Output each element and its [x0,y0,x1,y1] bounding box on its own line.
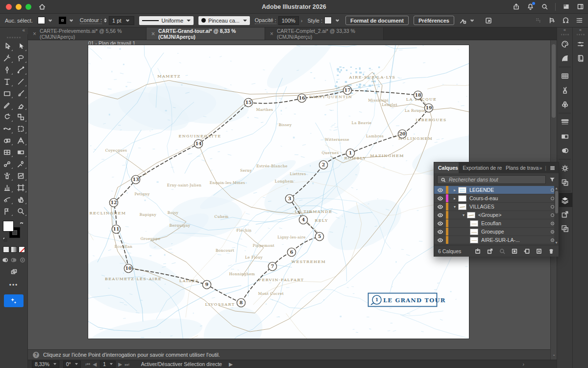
width-tool[interactable] [0,123,14,134]
perspective-grid-tool[interactable] [14,134,27,146]
gradient-tool[interactable] [14,146,27,158]
hand-tool[interactable] [14,193,27,205]
workspace-switcher-icon[interactable] [563,3,570,10]
notifications-icon[interactable] [527,3,534,10]
layers-panel-icon[interactable] [557,193,572,207]
properties-panel-icon[interactable] [573,37,588,51]
visibility-eye-icon[interactable] [434,187,446,193]
width-profile-dropdown[interactable]: Uniforme [139,16,194,25]
new-layer-icon[interactable] [536,248,542,255]
close-tab-icon[interactable]: × [151,30,155,37]
swap-fill-stroke-icon[interactable] [19,221,25,227]
opacity-expand-icon[interactable]: › [301,18,303,24]
layer-row-ecouflan[interactable]: Ecouflan [434,219,559,228]
curvature-tool[interactable] [14,64,27,76]
color-button[interactable] [3,246,9,253]
swatches-panel-icon[interactable] [557,69,572,83]
graphic-styles-panel-icon[interactable] [557,175,572,189]
minimize-window-button[interactable] [16,4,22,10]
shape-builder-tool[interactable] [0,134,14,146]
layer-name[interactable]: VILLAGES [469,204,546,210]
pen-tool[interactable] [0,64,14,76]
eyedropper-tool[interactable] [14,158,27,170]
mode-inside-icon[interactable] [19,257,26,263]
layer-thumbnail[interactable] [470,229,478,235]
fill-proxy[interactable] [3,221,14,232]
layer-name[interactable]: Ecouflan [481,220,546,226]
color-panel-icon[interactable] [557,37,572,51]
stroke-swatch[interactable] [59,17,66,24]
layer-name[interactable]: Cours-d-eau [469,195,546,201]
artboard-number-dropdown[interactable]: 1 [100,361,116,368]
stroke-weight-stepper[interactable] [104,18,107,23]
chevron-down-icon[interactable] [334,17,341,24]
visibility-eye-icon[interactable] [434,195,446,202]
layer-row-aire-sur-la-[interactable]: AIRE-SUR-LA-... [434,236,559,244]
help-question-icon[interactable]: ? [33,352,39,358]
zoom-level-dropdown[interactable]: 8,33% [32,361,59,368]
layer-row-villages[interactable]: ▾VILLAGES [434,203,559,211]
last-artboard-icon[interactable]: ⏭ [124,361,129,368]
mode-normal-icon[interactable] [1,257,8,263]
blend-tool[interactable] [0,158,14,170]
paintbrush-tool[interactable] [14,87,27,99]
document-arrange-icon[interactable] [485,17,492,25]
new-sublayer-icon[interactable] [523,248,530,255]
opacity-field[interactable]: 100% [278,16,299,25]
menu-list-icon[interactable] [576,17,583,24]
gradient-square-panel-icon[interactable] [557,129,572,143]
stroke-weight-label[interactable]: Contour : [80,17,102,24]
scale-tool[interactable] [14,111,27,123]
type-tool[interactable] [0,76,14,87]
magic-wand-tool[interactable] [0,52,14,64]
symbol-sprayer-tool[interactable] [0,170,14,182]
default-fill-stroke-icon[interactable] [2,237,8,242]
expand-chevron-icon[interactable]: ▸ [451,196,458,201]
panel-menu-icon[interactable] [549,165,556,171]
layer-name[interactable]: LEGENDE [469,187,546,193]
brushes-panel-icon[interactable] [557,83,572,97]
previous-artboard-icon[interactable]: ◀ [93,361,97,367]
panel-overflow-chevrons[interactable]: » [539,165,542,171]
selection-tool[interactable] [0,40,14,52]
chevron-down-icon[interactable] [68,17,75,24]
chevron-down-icon[interactable] [47,17,54,24]
panel-grip[interactable] [0,35,27,39]
isolate-selection-control[interactable] [459,17,476,25]
layer-row-legende[interactable]: ▸LEGENDE [434,186,559,194]
mesh-tool[interactable] [0,146,14,158]
fill-swatch[interactable] [38,17,45,24]
locate-object-icon[interactable] [474,248,481,255]
line-segment-tool[interactable] [14,76,27,87]
visibility-eye-icon[interactable] [434,237,446,243]
generative-ai-button[interactable] [4,294,24,307]
shaper-tool[interactable] [0,99,14,111]
close-tab-icon[interactable]: × [33,30,36,37]
status-expand-icon[interactable]: ▶ [229,361,233,367]
brush-definition-dropdown[interactable]: Pinceau ca... [198,16,250,25]
lasso-tool[interactable] [14,52,27,64]
layer-name[interactable]: <Groupe> [478,212,546,218]
status-chevron[interactable]: › [523,361,525,367]
layer-row--groupe-[interactable]: ▾<Groupe> [434,211,559,219]
document-tab-2[interactable]: ×CARTE-Grand-tour.ai* @ 8,33 % (CMJN/Ape… [147,27,265,40]
document-tab-3[interactable]: ×CARTE-Complet_2.ai* @ 33,33 % (CMJN/Ape… [265,27,384,40]
zoom-tool[interactable] [14,205,27,217]
filter-icon[interactable] [549,176,556,183]
layers-search-input[interactable]: Rechercher dans tout [437,175,546,184]
collect-for-export-icon[interactable] [487,248,493,255]
paragraph-options-icon[interactable] [548,17,556,24]
layer-thumbnail[interactable] [470,220,478,227]
style-swatch[interactable] [324,17,332,24]
home-icon[interactable] [38,3,46,11]
close-window-button[interactable] [6,4,12,10]
eraser-tool[interactable] [14,99,27,111]
layer-thumbnail[interactable] [458,187,466,193]
direct-selection-tool[interactable] [14,40,27,52]
layers-panel-tab-1[interactable]: Calques [434,162,459,173]
scrollbar-thumb[interactable] [552,44,556,118]
stroke-panel-icon[interactable] [557,115,572,129]
edit-toolbar-button[interactable]: ••• [0,282,27,289]
free-transform-tool[interactable] [14,123,27,134]
artboards-panel-icon[interactable] [557,221,572,236]
